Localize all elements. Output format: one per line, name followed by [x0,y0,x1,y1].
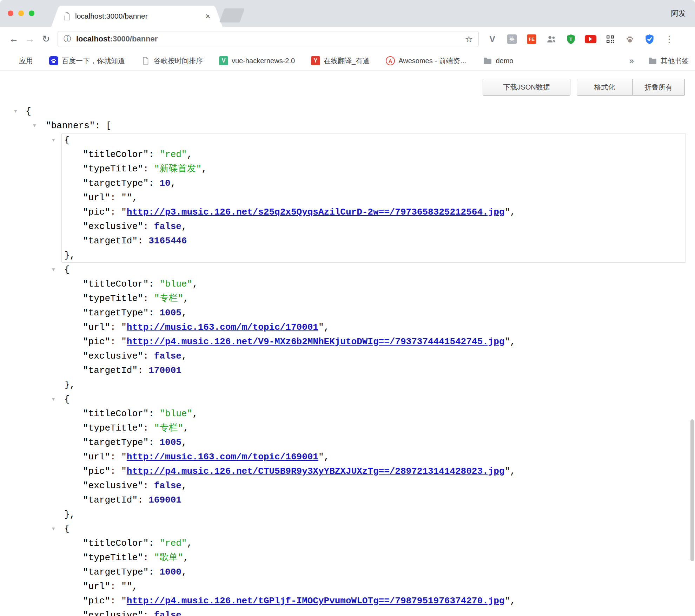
bookmark-youdao-translate[interactable]: Y 在线翻译_有道 [311,56,370,66]
json-string: "red" [159,149,187,160]
json-number: 3165446 [148,236,187,246]
bookmark-demo-folder[interactable]: demo [483,56,513,65]
minimize-window-button[interactable] [18,11,24,16]
fullscreen-window-button[interactable] [29,11,34,16]
browser-toolbar: ← → ↻ ⓘ localhost:3000/banner ☆ V 英 FE T… [0,27,695,51]
extensions-area: V 英 FE T ⋮ [485,32,676,46]
json-number: 1005 [159,308,181,318]
json-number: 10 [159,178,170,189]
json-string: "专栏" [154,423,183,433]
folder-icon [483,56,492,65]
svg-text:T: T [569,36,572,42]
json-url-link[interactable]: http://music.163.com/m/topic/170001 [127,322,318,333]
tab-title: localhost:3000/banner [75,12,200,20]
json-object: ▼{"titleColor": "blue","typeTitle": "专栏"… [0,392,695,522]
bookmark-google-sort[interactable]: 谷歌按时间排序 [141,56,203,66]
json-number: 1005 [159,437,181,448]
json-string: "red" [159,538,187,549]
download-json-button[interactable]: 下载JSON数据 [483,79,570,96]
url-path: :3000/banner [110,34,158,43]
tab-close-icon[interactable]: × [205,12,211,21]
format-collapse-group: 格式化 折叠所有 [577,79,685,96]
collapse-toggle-icon[interactable]: ▼ [33,119,36,133]
url-text[interactable]: localhost:3000/banner [76,34,465,44]
browser-tab[interactable]: localhost:3000/banner × [60,6,214,27]
collapse-all-button[interactable]: 折叠所有 [633,79,685,96]
json-tree: ▼{▼"banners": [▼{"titleColor": "red","ty… [0,71,695,616]
json-boolean: false [154,480,181,491]
youtube-extension-icon[interactable] [583,32,598,46]
bookmark-vue-hackernews[interactable]: V vue-hackernews-2.0 [219,56,295,65]
vue-icon: V [219,56,228,65]
collapse-toggle-icon[interactable]: ▼ [52,392,55,407]
json-string: "专栏" [154,293,183,304]
bookmark-label: Awesomes - 前端资… [398,56,467,66]
vimium-extension-icon[interactable]: V [485,32,499,46]
json-url-link[interactable]: http://p3.music.126.net/s25q2x5QyqsAzilC… [127,207,505,217]
json-boolean: false [154,221,181,232]
forward-button[interactable]: → [22,31,38,47]
collapse-toggle-icon[interactable]: ▼ [52,133,55,148]
address-bar[interactable]: ⓘ localhost:3000/banner ☆ [58,31,479,47]
collapse-toggle-icon[interactable]: ▼ [52,263,55,277]
bookmark-apps[interactable]: 应用 [6,56,33,66]
back-button[interactable]: ← [6,31,22,47]
qrcode-extension-icon[interactable] [603,32,617,46]
bookmark-awesomes[interactable]: A Awesomes - 前端资… [386,56,467,66]
translate-extension-icon[interactable]: 英 [505,32,519,46]
bookmark-star-icon[interactable]: ☆ [465,34,473,44]
youdao-icon: Y [311,56,320,65]
json-number: 1000 [159,567,181,577]
json-string: "blue" [159,408,192,419]
json-boolean: false [154,351,181,361]
json-number: 170001 [148,365,181,376]
json-object: ▼{"titleColor": "red","typeTitle": "新碟首发… [0,133,695,263]
awesomes-icon: A [386,56,395,65]
window-titlebar: localhost:3000/banner × 阿发 [0,0,695,27]
json-object: ▼{"titleColor": "red","typeTitle": "歌单",… [0,522,695,616]
bookmark-label: demo [496,57,513,65]
bookmark-label: 谷歌按时间排序 [154,56,203,66]
other-bookmarks[interactable]: 其他书签 [648,56,689,66]
bookmark-label: 百度一下，你就知道 [62,56,125,66]
bookmarks-overflow-chevron[interactable]: » [629,56,634,66]
json-string: "blue" [159,279,192,289]
paw-extension-icon[interactable] [623,32,637,46]
page-info-icon[interactable]: ⓘ [64,34,71,44]
page-favicon-icon [63,12,70,20]
collapse-toggle-icon[interactable]: ▼ [52,522,55,536]
bookmark-baidu[interactable]: 百度一下，你就知道 [49,56,125,66]
fe-extension-icon[interactable]: FE [524,32,539,46]
json-url-link[interactable]: http://p4.music.126.net/tGPljf-IMOCyPvum… [127,596,505,606]
new-tab-button[interactable] [219,8,245,22]
format-button[interactable]: 格式化 [577,79,633,96]
json-url-link[interactable]: http://p4.music.126.net/V9-MXz6b2MNhEKju… [127,336,505,347]
page-icon [141,56,150,65]
browser-menu-icon[interactable]: ⋮ [662,32,676,46]
json-viewer-actions: 下载JSON数据 格式化 折叠所有 [483,79,685,96]
people-extension-icon[interactable] [544,32,558,46]
bookmark-label: vue-hackernews-2.0 [232,57,295,65]
bookmarks-bar: 应用 百度一下，你就知道 谷歌按时间排序 V vue-hackernews-2.… [0,51,695,70]
page-content: 下载JSON数据 格式化 折叠所有 ▼{▼"banners": [▼{"titl… [0,70,695,616]
baidu-paw-icon [49,56,58,65]
close-window-button[interactable] [8,11,13,16]
reload-button[interactable]: ↻ [38,31,54,47]
green-shield-extension-icon[interactable]: T [564,32,578,46]
url-host: localhost [76,34,110,43]
window-controls [8,11,34,16]
json-boolean: false [154,610,181,616]
profile-name: 阿发 [671,8,686,18]
apps-grid-icon [6,56,15,65]
blue-shield-extension-icon[interactable] [642,32,657,46]
bookmark-label: 应用 [19,56,33,66]
json-string: "新碟首发" [154,164,201,174]
vertical-scrollbar[interactable] [690,419,694,561]
folder-icon [648,56,657,65]
bookmark-label: 在线翻译_有道 [324,56,370,66]
json-url-link[interactable]: http://p4.music.126.net/CTU5B9R9y3XyYBZX… [127,466,505,477]
collapse-toggle-icon[interactable]: ▼ [14,104,17,119]
json-object: ▼{"titleColor": "blue","typeTitle": "专栏"… [0,263,695,392]
json-url-link[interactable]: http://music.163.com/m/topic/169001 [127,452,318,462]
other-bookmarks-label: 其他书签 [661,56,689,66]
